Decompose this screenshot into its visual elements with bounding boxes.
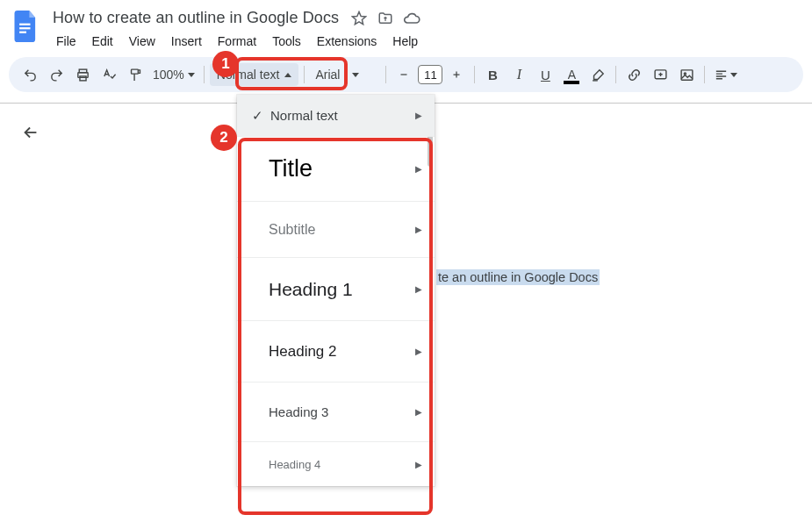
menu-help[interactable]: Help — [385, 31, 425, 52]
style-option-label: Subtitle — [248, 222, 415, 238]
check-icon: ✓ — [248, 108, 267, 124]
font-family-selector[interactable]: Arial — [310, 68, 380, 82]
cloud-status-icon[interactable] — [402, 9, 421, 28]
document-title[interactable]: How to create an outline in Google Docs — [49, 7, 342, 29]
insert-link-button[interactable] — [622, 62, 646, 87]
menu-insert[interactable]: Insert — [164, 31, 209, 52]
print-button[interactable] — [70, 62, 95, 87]
svg-rect-1 — [19, 27, 30, 29]
toolbar-separator — [385, 66, 386, 83]
style-option-heading-2[interactable]: Heading 2 ▶ — [237, 321, 435, 383]
style-option-label: Normal text — [267, 108, 415, 123]
style-option-label: Title — [248, 155, 415, 182]
chevron-down-icon — [188, 73, 195, 77]
paint-format-button[interactable] — [123, 62, 147, 87]
style-option-heading-3[interactable]: Heading 3 ▶ — [237, 383, 435, 442]
toolbar-separator — [304, 66, 305, 83]
style-option-label: Heading 1 — [248, 279, 415, 300]
style-option-normal-text[interactable]: ✓ Normal text ▶ — [237, 95, 435, 137]
style-option-label: Heading 2 — [248, 343, 415, 361]
font-size-value: 11 — [424, 68, 436, 82]
toolbar-separator — [204, 66, 205, 83]
menu-view[interactable]: View — [122, 31, 162, 52]
submenu-arrow-icon: ▶ — [415, 111, 422, 120]
bold-button[interactable]: B — [480, 62, 505, 87]
docs-app-icon[interactable] — [11, 7, 42, 46]
spellcheck-button[interactable] — [97, 62, 121, 87]
text-color-button[interactable]: A — [559, 62, 584, 87]
decrease-font-size-button[interactable] — [392, 62, 416, 87]
menu-edit[interactable]: Edit — [85, 31, 120, 52]
chevron-up-icon — [284, 73, 291, 77]
star-icon[interactable] — [349, 9, 369, 28]
zoom-value: 100% — [153, 68, 184, 82]
svg-rect-8 — [681, 69, 693, 79]
insert-image-button[interactable] — [674, 62, 699, 87]
paragraph-style-menu: ✓ Normal text ▶ Title ▶ Subtitle ▶ Headi… — [237, 95, 435, 486]
redo-button[interactable] — [44, 62, 68, 87]
submenu-arrow-icon: ▶ — [415, 164, 422, 174]
svg-rect-0 — [19, 24, 30, 25]
toolbar-separator — [615, 66, 616, 83]
style-option-heading-4[interactable]: Heading 4 ▶ — [237, 442, 435, 486]
annotation-callout-1-badge: 1 — [212, 51, 239, 77]
menu-extensions[interactable]: Extensions — [310, 31, 384, 52]
submenu-arrow-icon: ▶ — [415, 225, 422, 234]
toolbar: 100% Normal text Arial 11 B I U A — [9, 57, 803, 92]
style-option-title[interactable]: Title ▶ — [237, 137, 435, 202]
chevron-down-icon — [730, 73, 737, 77]
submenu-arrow-icon: ▶ — [415, 347, 422, 356]
zoom-selector[interactable]: 100% — [149, 68, 198, 82]
style-option-heading-1[interactable]: Heading 1 ▶ — [237, 258, 435, 321]
toolbar-separator — [704, 66, 705, 83]
annotation-callout-2-badge: 2 — [211, 125, 237, 151]
toolbar-separator — [474, 66, 475, 83]
svg-rect-6 — [131, 69, 138, 74]
submenu-arrow-icon: ▶ — [415, 407, 422, 417]
underline-button[interactable]: U — [533, 62, 557, 87]
chevron-down-icon — [352, 73, 359, 77]
move-icon[interactable] — [376, 9, 395, 28]
style-option-label: Heading 4 — [248, 458, 415, 471]
svg-rect-2 — [19, 32, 26, 33]
style-option-label: Heading 3 — [248, 404, 415, 419]
align-button[interactable] — [710, 62, 741, 87]
menu-file[interactable]: File — [49, 31, 83, 52]
increase-font-size-button[interactable] — [444, 62, 469, 87]
font-size-input[interactable]: 11 — [418, 65, 442, 84]
font-family-label: Arial — [315, 68, 340, 82]
italic-button[interactable]: I — [507, 62, 531, 87]
collapse-outline-button[interactable] — [21, 123, 40, 145]
highlight-color-button[interactable] — [586, 62, 610, 87]
document-selected-text[interactable]: te an outline in Google Docs — [436, 269, 600, 285]
undo-button[interactable] — [18, 62, 42, 87]
menu-bar: File Edit View Insert Format Tools Exten… — [49, 31, 801, 52]
submenu-arrow-icon: ▶ — [415, 284, 422, 294]
style-option-subtitle[interactable]: Subtitle ▶ — [237, 202, 435, 258]
submenu-arrow-icon: ▶ — [415, 460, 422, 469]
add-comment-button[interactable] — [648, 62, 672, 87]
menu-format[interactable]: Format — [211, 31, 263, 52]
menu-tools[interactable]: Tools — [265, 31, 308, 52]
